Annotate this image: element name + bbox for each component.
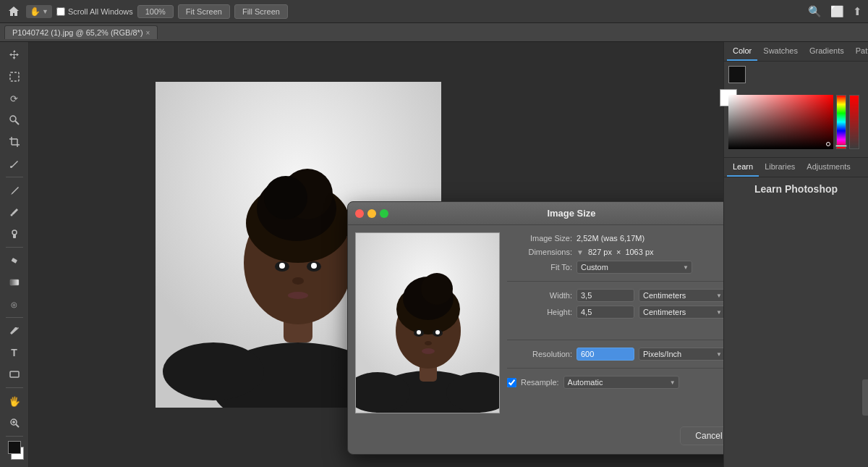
height-input[interactable] — [576, 306, 634, 319]
tab-gradients[interactable]: Gradients — [804, 42, 850, 61]
scroll-all-windows-checkbox-group[interactable]: Scroll All Windows — [56, 7, 133, 16]
width-unit-select[interactable]: Centimeters Pixels Inches Millimeters — [639, 289, 723, 302]
toolbar-divider — [6, 177, 23, 177]
fit-to-label: Fit To: — [507, 263, 572, 272]
scroll-all-checkbox[interactable] — [56, 7, 65, 16]
dialog-footer: Cancel OK — [348, 421, 723, 454]
eyedropper-tool[interactable] — [4, 153, 25, 174]
tab-color[interactable]: Color — [727, 42, 757, 61]
pen-tool[interactable] — [4, 321, 25, 341]
tab-libraries[interactable]: Libraries — [759, 158, 801, 177]
gradient-tool[interactable] — [4, 272, 25, 293]
resolution-input[interactable] — [576, 348, 634, 361]
clone-stamp-tool[interactable] — [4, 224, 25, 244]
hue-slider[interactable] — [836, 95, 846, 149]
crop-tool[interactable] — [4, 132, 25, 152]
dialog-title: Image Size — [547, 208, 595, 219]
foreground-swatch[interactable] — [8, 441, 21, 454]
quick-select-tool[interactable] — [4, 110, 25, 130]
color-picker-cursor — [826, 142, 830, 146]
close-button-red[interactable] — [355, 209, 364, 218]
svg-point-48 — [422, 348, 435, 354]
height-unit-wrapper: Centimeters Pixels Inches Millimeters — [639, 306, 723, 319]
lasso-tool[interactable]: ⟳ — [4, 88, 25, 109]
panel-expand-area — [724, 328, 868, 467]
resample-checkbox[interactable] — [507, 378, 516, 387]
zoom-input[interactable] — [137, 5, 174, 18]
scroll-all-label: Scroll All Windows — [68, 7, 133, 16]
color-gradient-field[interactable] — [728, 95, 833, 149]
fit-to-select[interactable]: Custom Original Size Save As Default — [576, 261, 692, 274]
fit-screen-button[interactable]: Fit Screen — [178, 4, 230, 19]
width-input[interactable] — [576, 289, 634, 302]
svg-rect-10 — [13, 235, 16, 238]
svg-line-15 — [16, 424, 19, 427]
toolbar-divider4 — [6, 387, 23, 388]
zoom-tool[interactable] — [4, 413, 25, 433]
svg-point-26 — [264, 176, 307, 219]
tab-swatches[interactable]: Swatches — [757, 42, 804, 61]
resample-select[interactable]: Automatic Preserve Details Bicubic Smoot… — [563, 376, 679, 389]
svg-point-30 — [311, 263, 317, 269]
main-layout: ⟳ ◎ T — [0, 42, 868, 467]
svg-point-8 — [10, 214, 12, 216]
dialog-body: Image Size: 2,52M (was 6,17M) ⚙ - Dimens… — [348, 225, 723, 421]
resolution-unit-select[interactable]: Pixels/Inch Pixels/Centimeter — [639, 348, 723, 361]
tab-close-button[interactable]: × — [146, 29, 150, 37]
hand-tool-left[interactable]: 🖐 — [4, 391, 25, 411]
search-icon[interactable]: 🔍 — [808, 5, 822, 18]
eraser-tool[interactable] — [4, 251, 25, 271]
shape-tool[interactable] — [4, 364, 25, 384]
svg-point-1 — [10, 116, 16, 122]
dimensions-x: × — [616, 248, 621, 256]
panel-expand-handle[interactable] — [862, 379, 868, 416]
dimensions-dropdown-arrow[interactable]: ▼ — [576, 248, 584, 256]
height-label: Height: — [507, 308, 572, 316]
separator1 — [507, 281, 723, 282]
left-toolbar: ⟳ ◎ T — [0, 42, 29, 467]
healing-brush-tool[interactable] — [4, 180, 25, 201]
resample-label: Resample: — [521, 378, 559, 387]
height-row: Height: Centimeters Pixels Inches Millim… — [507, 306, 723, 319]
tab-adjustments[interactable]: Adjustments — [801, 158, 856, 177]
dialog-titlebar: Image Size — [348, 202, 723, 225]
home-icon[interactable] — [6, 4, 22, 20]
document-tab[interactable]: P1040742 (1).jpg @ 65,2% (RGB/8*) × — [4, 25, 158, 39]
minimize-button-yellow[interactable] — [367, 209, 376, 218]
height-unit-select[interactable]: Centimeters Pixels Inches Millimeters — [639, 306, 723, 319]
type-tool[interactable]: T — [4, 342, 25, 363]
wh-inputs: Width: Centimeters Pixels Inches Millime… — [507, 289, 723, 319]
separator2 — [507, 340, 723, 340]
dodge-tool[interactable]: ◎ — [4, 294, 25, 314]
fill-screen-button[interactable]: Fill Screen — [234, 4, 288, 19]
tab-patterns[interactable]: Patterns — [850, 42, 868, 61]
arrange-icon[interactable]: ⬜ — [830, 5, 844, 18]
right-panel: Color Swatches Gradients Patterns — [723, 42, 868, 467]
resample-select-wrapper: Automatic Preserve Details Bicubic Smoot… — [563, 376, 679, 389]
move-tool[interactable] — [4, 45, 25, 65]
learn-panel-title: Learn Photoshop — [730, 183, 862, 195]
share-icon[interactable]: ⬆ — [853, 5, 862, 18]
learn-panel-tabs: Learn Libraries Adjustments — [724, 157, 868, 177]
svg-rect-12 — [10, 279, 19, 285]
alpha-slider[interactable] — [849, 95, 859, 149]
resolution-label: Resolution: — [507, 350, 572, 358]
svg-point-31 — [292, 277, 304, 285]
resolution-unit-wrapper: Pixels/Inch Pixels/Centimeter — [639, 348, 723, 361]
main-toolbar: ✋ ▼ Scroll All Windows Fit Screen Fill S… — [0, 0, 868, 23]
tab-learn[interactable]: Learn — [727, 158, 759, 177]
image-size-dialog: Image Size — [347, 201, 723, 455]
fg-bg-swatches — [5, 441, 24, 460]
hand-tool-selector[interactable]: ✋ ▼ — [26, 5, 52, 18]
resolution-row: Resolution: Pixels/Inch Pixels/Centimete… — [507, 348, 723, 361]
dimensions-height: 1063 px — [625, 248, 653, 256]
maximize-button-green[interactable] — [380, 209, 388, 218]
selection-tool[interactable] — [4, 67, 25, 87]
svg-point-46 — [435, 330, 440, 335]
color-picker-area[interactable] — [728, 95, 864, 153]
dimensions-label: Dimensions: — [507, 248, 572, 256]
cancel-button[interactable]: Cancel — [680, 426, 723, 445]
brush-tool[interactable] — [4, 202, 25, 222]
foreground-color-box[interactable] — [728, 66, 746, 83]
svg-point-7 — [10, 166, 12, 168]
